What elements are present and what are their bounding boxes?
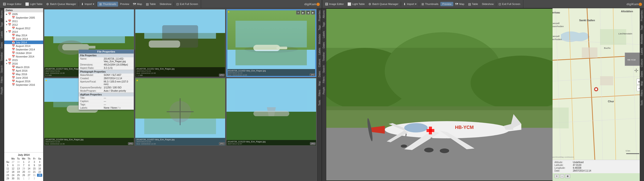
sidebar-tab-labels[interactable]: Labels xyxy=(0,29,4,40)
right-tab-dates[interactable]: Dates xyxy=(318,69,321,79)
rpr-tab-properties[interactable]: Properties xyxy=(640,8,644,23)
cal-day[interactable]: 1 xyxy=(21,177,26,180)
image-editor-btn-right[interactable]: 🖼 Image Editor xyxy=(323,2,346,6)
cal-day[interactable]: 17 xyxy=(5,170,10,174)
preview-btn-right[interactable]: Preview xyxy=(440,2,453,6)
right-tab-tags[interactable]: Tags xyxy=(318,23,321,32)
tree-item-sep2016[interactable]: 📅 September 2016 xyxy=(4,83,43,86)
right-tab-tools[interactable]: Tools xyxy=(318,98,321,108)
cal-day[interactable]: 8 xyxy=(26,164,32,167)
cal-day[interactable]: 20 xyxy=(21,170,26,174)
light-table-btn-left[interactable]: ⬜ Light Table xyxy=(23,2,44,6)
vc-btn-prev[interactable]: ◀ xyxy=(306,10,310,14)
cal-day[interactable]: 16 xyxy=(37,167,42,170)
rpr-tab-filters[interactable]: Filters xyxy=(640,88,644,98)
cal-day[interactable]: 1 xyxy=(21,160,26,164)
exit-fullscreen-btn-left[interactable]: ⊡ Exit Full Screen xyxy=(174,2,200,6)
expand-arrow-2005[interactable]: ▶ xyxy=(5,13,8,15)
cal-day[interactable]: 30 xyxy=(16,160,21,164)
sidebar-tab-tags[interactable]: Tags xyxy=(0,20,4,29)
expand-arrow-2015[interactable]: ▶ xyxy=(5,59,8,61)
expand-arrow-2016[interactable]: ▼ xyxy=(5,62,8,65)
sidebar-tab-dates[interactable]: Dates xyxy=(0,40,4,50)
tree-item-2015[interactable]: ▶ 📅 2015 xyxy=(4,58,43,62)
cal-day[interactable]: 4 xyxy=(37,160,42,164)
tree-item-jul2014[interactable]: 📅 July 2014 xyxy=(4,40,43,44)
map-zoom-in[interactable]: + xyxy=(554,174,559,178)
cal-day[interactable]: 2 xyxy=(26,177,32,180)
thumbnails-btn-right[interactable]: ⊞ Thumbnails xyxy=(420,2,440,6)
thumbnail-item-2[interactable]: ✕ ▶ ◀ ▶ 20140728_111432-Vary_Eze_Ragaz.j… xyxy=(226,9,316,77)
tree-item-2005[interactable]: ▶ 📅 2005 xyxy=(4,12,43,16)
vc-btn-x[interactable]: ✕ xyxy=(296,10,300,14)
tree-item-2012[interactable]: ▼ 📅 2012 xyxy=(4,23,43,26)
cal-day[interactable]: 29 xyxy=(5,177,10,180)
map-btn-left[interactable]: 🗺 Map xyxy=(131,2,144,6)
cal-day[interactable]: 18 xyxy=(10,170,16,174)
tree-item-2011[interactable]: ▶ 📅 2011 xyxy=(4,19,43,23)
rpr-tab-colours[interactable]: Colours xyxy=(640,57,644,69)
sidebar-tab-timeline[interactable]: Timeline xyxy=(0,50,4,63)
tree-item-may2014[interactable]: 📅 May 2014 xyxy=(4,34,43,37)
slideshow-btn-left[interactable]: Slideshow xyxy=(158,2,173,6)
table-btn-left[interactable]: ▤ Table xyxy=(144,2,158,6)
import-btn-right[interactable]: ⬇ Import ▾ xyxy=(402,2,418,6)
batch-queue-btn-left[interactable]: ⚙ Batch Queue Manager xyxy=(44,2,78,6)
right-tab-map[interactable]: Map xyxy=(318,79,321,88)
sidebar-tab-filters[interactable]: Filters xyxy=(0,74,4,85)
cal-day[interactable]: 2 xyxy=(26,160,32,164)
cal-day[interactable]: 19 xyxy=(16,170,21,174)
cal-day[interactable]: 22 xyxy=(37,170,42,174)
light-table-btn-right[interactable]: ⬜ Light Table xyxy=(346,2,366,6)
thumbnail-item-4[interactable]: 20140728_111437-Vary_Eze_Ragaz.jpg 28/07… xyxy=(135,78,225,146)
cal-day[interactable]: 3 xyxy=(32,160,37,164)
tree-item-oct2014[interactable]: 📅 October 2014 xyxy=(4,51,43,55)
map-center[interactable]: ⊕ xyxy=(565,174,570,178)
rp-tab-filters[interactable]: Filters xyxy=(322,74,326,85)
cal-day[interactable]: 6 xyxy=(10,164,16,167)
cal-day[interactable]: 12 xyxy=(10,167,16,170)
expand-arrow-2012[interactable]: ▼ xyxy=(5,24,8,26)
cal-day[interactable]: 31 xyxy=(16,177,21,180)
sidebar-tab-albums[interactable]: Albums xyxy=(0,8,4,20)
right-tab-colours[interactable]: Colours xyxy=(318,57,321,69)
map-btn-right[interactable]: 🗺 Map xyxy=(453,2,466,6)
rpr-tab-map[interactable]: Map xyxy=(640,79,644,88)
rp-tab-albums[interactable]: Albums xyxy=(322,8,326,20)
cal-day[interactable]: 15 xyxy=(32,167,37,170)
rpr-tab-tags[interactable]: Tags xyxy=(640,23,644,32)
cal-day[interactable]: 23 xyxy=(5,174,10,177)
tree-item-aug2016[interactable]: 📅 August 2016 xyxy=(4,80,43,83)
rp-tab-tags[interactable]: Tags xyxy=(322,20,326,29)
cal-day[interactable]: 25 xyxy=(16,174,21,177)
tree-item-sep2014[interactable]: 📅 September 2014 xyxy=(4,48,43,51)
expand-arrow-2014[interactable]: ▼ xyxy=(5,31,8,33)
tree-item-sep2005[interactable]: 📅 September 2005 xyxy=(4,16,43,19)
batch-queue-btn-right[interactable]: ⚙ Batch Queue Manager xyxy=(366,2,400,6)
image-editor-btn-left[interactable]: 🖼 Image Editor xyxy=(1,2,23,6)
cal-day[interactable]: 27 xyxy=(26,174,32,177)
tree-item-2014[interactable]: ▼ 📅 2014 xyxy=(4,30,43,34)
right-tab-labels[interactable]: Labels xyxy=(318,46,321,56)
right-tab-filters[interactable]: Filters xyxy=(318,88,321,98)
thumbnail-item-5[interactable]: 20140728_113123-Vary_Eze_Ragaz.jpg 28/07… xyxy=(226,78,316,146)
rpr-tab-metadata[interactable]: Metadata xyxy=(640,32,644,46)
sidebar-tab-search[interactable]: Search xyxy=(0,63,4,75)
tree-item-mar2016[interactable]: 📅 March 2016 xyxy=(4,65,43,69)
thumbnail-item-1[interactable]: 20140728_111151-Vary_Eze_Ragaz.jpg 28/07… xyxy=(135,9,225,77)
tree-item-nov2014[interactable]: 📅 November 2014 xyxy=(4,55,43,58)
tree-item-jun2014[interactable]: 📅 June 2014 xyxy=(4,37,43,40)
rpr-tab-tools[interactable]: Tools xyxy=(640,98,644,108)
rp-tab-dates[interactable]: Dates xyxy=(322,40,326,50)
cal-day[interactable]: 26 xyxy=(21,174,26,177)
rpr-tab-labels[interactable]: Labels xyxy=(640,46,644,56)
cal-day[interactable]: 24 xyxy=(10,174,16,177)
cal-day[interactable]: 9 xyxy=(32,164,37,167)
tree-item-may2016[interactable]: 📅 May 2016 xyxy=(4,72,43,76)
tree-item-2016[interactable]: ▼ 📅 2016 xyxy=(4,62,43,65)
rp-tab-people[interactable]: People xyxy=(322,85,326,96)
vc-btn-next[interactable]: ▶ xyxy=(311,10,315,14)
rp-tab-labels[interactable]: Labels xyxy=(322,29,326,40)
expand-arrow-2011[interactable]: ▶ xyxy=(5,20,8,22)
right-tab-metadata[interactable]: Metadata xyxy=(318,32,321,46)
